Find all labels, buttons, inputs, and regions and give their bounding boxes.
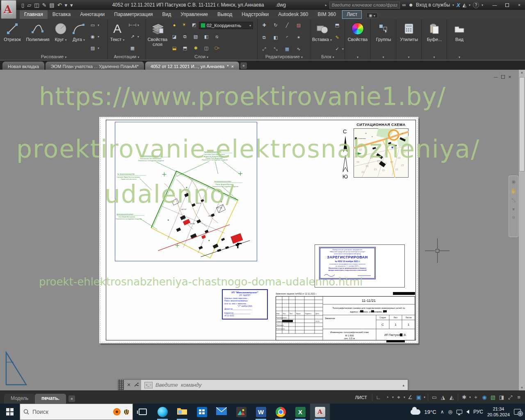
taskbar-edge[interactable] [153,404,172,420]
fillet-icon[interactable]: ◜ [284,34,290,41]
tab-home[interactable]: Главная [20,10,48,19]
file-tab-4052[interactable]: 4052 от 12.11.2021 И..., ул.Аннаева*× [145,62,239,70]
layer-freeze2-icon[interactable]: ⬒ [182,45,188,51]
new-file-icon[interactable]: ▯ [21,2,24,8]
hardware-acceleration-icon[interactable]: ◉ [481,394,488,400]
file-tab-close-icon[interactable]: × [231,64,233,69]
ellipse-tool[interactable]: ◉▾ [89,34,99,40]
clock[interactable]: 21:3420.05.2024 [487,406,510,418]
panel-groups-label[interactable]: ▾ [371,54,396,59]
signin-label[interactable]: Вход в службы [416,2,450,8]
mirror-icon[interactable]: ◧ [272,34,279,41]
edit-block-tool[interactable]: ✎ [334,34,340,41]
layer-vpfreeze-icon[interactable]: ✱ [192,45,199,51]
scroll-up-icon[interactable]: ▲ [519,71,525,74]
utilities-button[interactable]: Утилиты [397,21,420,42]
search-scope-icon[interactable]: ▸ [325,3,327,7]
text-button[interactable]: А Текст ▾ [109,21,126,42]
copy-icon[interactable]: ⧉ [261,34,267,41]
pan-hand-icon[interactable]: ✋ [510,188,517,194]
search-highlight-bee-icon[interactable] [124,409,129,415]
tab-annotate[interactable]: Аннотации [75,10,109,19]
polyline-button[interactable]: Полилиния [25,21,51,42]
isometric-icon[interactable]: ∠ [406,394,414,400]
plot-icon[interactable]: ▤ [49,2,54,8]
taskbar-autocad[interactable]: A [310,404,330,420]
tab-autodesk360[interactable]: Autodesk 360 [274,10,313,19]
media-record-button[interactable]: ◉ ▾ [366,13,378,18]
command-prompt-icon[interactable]: >_▾ [144,382,153,388]
layer-prev-icon[interactable]: ⧉ [182,34,188,40]
layer-color-swatch[interactable] [201,23,205,27]
panel-modify-label[interactable]: Редактирование ▾ [258,54,310,59]
object-snap-icon[interactable]: ▣ [415,394,422,400]
command-input-area[interactable]: >_▾ ▴ [141,380,408,390]
infocenter-search-input[interactable] [329,2,400,9]
zoom-extents-icon[interactable]: ⤡ [511,198,516,203]
tray-expand-icon[interactable]: ∧ [441,409,444,415]
command-line-dock[interactable]: ✕ >_▾ ▴ [118,379,408,390]
communication-center-icon[interactable]: ◭ [463,2,466,8]
vertical-scrollbar[interactable]: ▲ ▼ [518,70,525,390]
undo-icon[interactable]: ↶ [57,2,62,8]
taskbar-excel[interactable]: X [290,404,310,420]
block-attrs-tool[interactable]: ✓▾ [334,46,344,52]
panel-view-label[interactable]: ▾ [447,54,472,59]
array-icon[interactable]: ▦ [284,46,290,52]
taskbar-store[interactable] [192,404,212,420]
help-dropdown-icon[interactable]: ▾ [482,3,483,7]
recent-commands-icon[interactable]: ▾ [150,383,151,387]
layer-dropdown[interactable]: 02_Координатнь ▾ [199,22,253,29]
polar-tracking-icon[interactable]: ◔ [383,394,391,400]
panel-block-label[interactable]: Блок ▾ [311,54,345,59]
insert-button[interactable]: Вставка ▾ [312,21,332,42]
layer-match-icon[interactable]: ◪ [171,34,178,40]
command-customize-icon[interactable] [133,382,139,388]
tab-addins[interactable]: Надстройки [237,10,273,19]
polar-dropdown-icon[interactable]: ▾ [392,395,394,399]
navigation-bar[interactable]: ◉ ✋ ⤡ ▾ ⊜ [509,176,518,237]
task-view-button[interactable] [133,404,153,420]
osnap-dropdown-icon[interactable]: ▾ [424,395,425,399]
network-icon[interactable] [457,410,462,414]
layer-unlock2-icon[interactable]: ◫ [203,45,210,51]
table-tool[interactable]: ▦ [129,45,136,51]
panel-annotation-label[interactable]: Аннотации ▾ [108,54,145,59]
workspace-gear-icon[interactable]: ✱ [461,394,468,400]
tab-manage[interactable]: Управление [176,10,212,19]
volume-icon[interactable] [466,410,469,414]
file-tab-new[interactable]: Новая вкладка [2,62,44,70]
site-plan-viewport[interactable]: 207.97 208.15 207.85 208.13 207.55 №5000… [115,122,257,261]
explode-icon[interactable]: ✶ [295,34,302,41]
navbar-dropdown-icon[interactable]: ▾ [512,207,515,212]
tab-insert[interactable]: Вставка [48,10,75,19]
create-block-tool[interactable]: ⬒ [334,22,340,28]
taskbar-explorer[interactable] [172,404,192,420]
otrack-dropdown-icon[interactable]: ▾ [404,395,405,399]
arc-button[interactable]: Дуга ▾ [71,21,87,42]
autoscale-icon[interactable]: ◮ [439,394,447,400]
isolate-objects-icon[interactable]: ▧ [489,394,497,400]
taskbar-chrome[interactable] [271,404,290,420]
language-indicator[interactable]: РУС [473,409,483,415]
navbar-settings-icon[interactable]: ⊜ [512,216,515,219]
app-menu-button[interactable]: A▾ [1,0,16,19]
undo-dropdown-icon[interactable]: ▾ [65,2,68,8]
stretch-icon[interactable]: ⤢ [261,46,267,52]
save-as-icon[interactable]: ✎ [42,2,46,8]
file-tab-eom[interactable]: ЭОМ План учатстка ... Удаленно ПланА4* [46,62,144,70]
temperature-label[interactable]: 19°C [425,409,436,415]
exchange-apps-icon[interactable]: X [457,2,460,8]
layer-lock-icon[interactable]: ◧ [203,34,210,40]
groups-button[interactable]: Группы [372,21,395,42]
command-history-icon[interactable]: ▴ [402,383,404,387]
command-close-icon[interactable]: ✕ [126,382,132,388]
command-dock-grip[interactable] [119,380,124,390]
taskbar-photos[interactable] [231,404,251,420]
object-snap-tracking-icon[interactable]: ⌖ [395,394,402,401]
panel-draw-label[interactable]: Рисование ▾ [0,54,107,59]
scrollbar-thumb[interactable] [519,77,525,171]
taskbar-mail[interactable] [212,404,231,420]
leader-tool[interactable]: ↗▾ [129,34,139,40]
help-icon[interactable]: ? [473,2,479,8]
